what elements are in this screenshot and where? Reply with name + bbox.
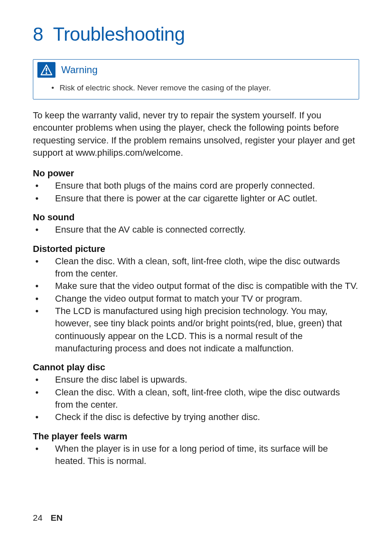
section-list: •When the player is in use for a long pe… — [33, 443, 359, 468]
bullet-dot: • — [51, 83, 60, 92]
warning-box: Warning • Risk of electric shock. Never … — [33, 59, 359, 99]
bullet-dot: • — [33, 255, 55, 280]
list-item-text: Ensure that the AV cable is connected co… — [55, 224, 359, 236]
list-item: •Ensure that both plugs of the mains cor… — [33, 180, 359, 192]
bullet-dot: • — [33, 293, 55, 305]
section-heading: The player feels warm — [33, 431, 359, 442]
section-list: •Ensure that both plugs of the mains cor… — [33, 180, 359, 205]
chapter-number: 8 — [33, 23, 43, 45]
list-item-text: Clean the disc. With a clean, soft, lint… — [55, 255, 359, 280]
section-heading: Cannot play disc — [33, 362, 359, 373]
list-item: •Make sure that the video output format … — [33, 280, 359, 292]
list-item-text: Ensure that both plugs of the mains cord… — [55, 180, 359, 192]
list-item-text: The LCD is manufactured using high preci… — [55, 305, 359, 355]
list-item-text: Change the video output format to match … — [55, 293, 359, 305]
chapter-heading: 8Troubleshooting — [33, 23, 359, 45]
bullet-dot: • — [33, 192, 55, 205]
list-item: •Check if the disc is defective by tryin… — [33, 411, 359, 423]
list-item: •Ensure the disc label is upwards. — [33, 374, 359, 386]
list-item-text: When the player is in use for a long per… — [55, 443, 359, 468]
list-item: •Ensure that the AV cable is connected c… — [33, 224, 359, 236]
list-item: •The LCD is manufactured using high prec… — [33, 305, 359, 355]
bullet-dot: • — [33, 305, 55, 355]
list-item: •Ensure that there is power at the car c… — [33, 192, 359, 205]
list-item-text: Clean the disc. With a clean, soft, lint… — [55, 386, 359, 411]
list-item-text: Ensure that there is power at the car ci… — [55, 192, 359, 205]
troubleshoot-section: Distorted picture•Clean the disc. With a… — [33, 244, 359, 355]
page-number: 24 — [33, 513, 42, 522]
warning-label: Warning — [61, 64, 97, 76]
section-heading: No power — [33, 168, 359, 179]
bullet-dot: • — [33, 180, 55, 192]
bullet-dot: • — [33, 280, 55, 292]
intro-paragraph: To keep the warranty valid, never try to… — [33, 109, 359, 159]
troubleshoot-section: Cannot play disc•Ensure the disc label i… — [33, 362, 359, 423]
bullet-dot: • — [33, 411, 55, 423]
section-list: •Ensure that the AV cable is connected c… — [33, 224, 359, 236]
list-item: •Change the video output format to match… — [33, 293, 359, 305]
troubleshoot-section: The player feels warm•When the player is… — [33, 431, 359, 468]
warning-icon — [37, 62, 55, 78]
list-item-text: Check if the disc is defective by trying… — [55, 411, 359, 423]
section-list: •Ensure the disc label is upwards.•Clean… — [33, 374, 359, 423]
troubleshoot-section: No sound•Ensure that the AV cable is con… — [33, 212, 359, 236]
section-heading: Distorted picture — [33, 244, 359, 254]
list-item-text: Ensure the disc label is upwards. — [55, 374, 359, 386]
warning-item: • Risk of electric shock. Never remove t… — [51, 83, 350, 92]
bullet-dot: • — [33, 386, 55, 411]
list-item-text: Make sure that the video output format o… — [55, 280, 359, 292]
svg-rect-1 — [46, 68, 47, 72]
bullet-dot: • — [33, 443, 55, 468]
bullet-dot: • — [33, 374, 55, 386]
warning-header: Warning — [33, 60, 359, 80]
troubleshoot-section: No power•Ensure that both plugs of the m… — [33, 168, 359, 205]
language-code: EN — [51, 513, 62, 522]
section-heading: No sound — [33, 212, 359, 223]
svg-point-2 — [46, 72, 47, 74]
warning-body: • Risk of electric shock. Never remove t… — [33, 80, 359, 99]
list-item: •Clean the disc. With a clean, soft, lin… — [33, 255, 359, 280]
warning-text: Risk of electric shock. Never remove the… — [60, 83, 271, 92]
sections-container: No power•Ensure that both plugs of the m… — [33, 168, 359, 467]
list-item: •Clean the disc. With a clean, soft, lin… — [33, 386, 359, 411]
page-content: 8Troubleshooting Warning • Risk of elect… — [0, 0, 392, 468]
section-list: •Clean the disc. With a clean, soft, lin… — [33, 255, 359, 355]
list-item: •When the player is in use for a long pe… — [33, 443, 359, 468]
chapter-title: Troubleshooting — [53, 23, 185, 45]
page-footer: 24 EN — [33, 513, 62, 523]
bullet-dot: • — [33, 224, 55, 236]
